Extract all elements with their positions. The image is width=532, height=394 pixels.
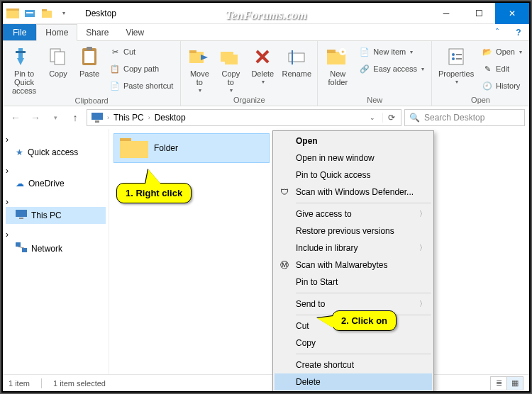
menu-item-include-in-library[interactable]: Include in library〉 — [275, 240, 432, 257]
group-open: Properties▾ 📂Open▾ ✎Edit 🕘History Open — [432, 41, 530, 106]
chevron-right-icon[interactable]: › — [148, 114, 150, 121]
menu-item-pin-to-quick-access[interactable]: Pin to Quick access — [275, 167, 432, 184]
menu-item-pin-to-start[interactable]: Pin to Start — [275, 274, 432, 291]
svg-marker-7 — [17, 58, 24, 65]
context-menu: OpenOpen in new windowPin to Quick acces… — [272, 130, 434, 393]
pin-quick-access-button[interactable]: Pin to Quick access — [7, 43, 41, 95]
svg-line-38 — [18, 247, 24, 248]
menu-item-scan-with-windows-defender[interactable]: 🛡Scan with Windows Defender... — [275, 184, 432, 201]
shield-icon: 🛡 — [279, 186, 290, 198]
status-item-count: 1 item — [9, 379, 30, 388]
svg-rect-12 — [84, 51, 94, 63]
qat-dropdown-icon[interactable]: ▾ — [55, 5, 72, 22]
copy-button[interactable]: Copy — [44, 43, 72, 78]
search-box[interactable]: 🔍 Search Desktop — [404, 109, 525, 126]
qat-newfolder-icon[interactable] — [38, 5, 55, 22]
chevron-right-icon: 〉 — [419, 209, 426, 219]
menu-item-open[interactable]: Open — [275, 133, 432, 150]
edit-button[interactable]: ✎Edit — [479, 61, 525, 77]
copy-path-button[interactable]: 📋Copy path — [106, 61, 176, 77]
menu-item-give-access-to[interactable]: Give access to〉 — [275, 206, 432, 223]
paste-button[interactable]: Paste — [75, 43, 104, 78]
copy-path-icon: 📋 — [109, 63, 121, 74]
copy-to-button[interactable]: Copy to▾ — [216, 43, 245, 94]
svg-rect-36 — [16, 242, 21, 247]
nav-up-button[interactable]: ↑ — [67, 109, 84, 126]
rename-button[interactable]: Rename — [280, 43, 313, 78]
cut-button[interactable]: ✂Cut — [106, 44, 176, 60]
menu-separator — [296, 293, 431, 293]
tab-share[interactable]: Share — [77, 24, 117, 40]
refresh-button[interactable]: ⟳ — [382, 113, 399, 123]
menu-item-copy[interactable]: Copy — [275, 334, 432, 351]
copy-icon — [47, 45, 70, 68]
tab-home[interactable]: Home — [36, 24, 77, 41]
view-large-button[interactable]: ▦ — [506, 376, 523, 390]
properties-icon — [445, 45, 467, 68]
delete-button[interactable]: Delete▾ — [248, 43, 277, 86]
menu-item-open-in-new-window[interactable]: Open in new window — [275, 150, 432, 167]
svg-rect-24 — [327, 50, 336, 53]
edit-icon: ✎ — [482, 63, 493, 74]
open-button[interactable]: 📂Open▾ — [479, 44, 525, 60]
menu-item-rename[interactable]: Rename — [275, 390, 432, 393]
nav-this-pc[interactable]: This PC — [6, 207, 106, 224]
svg-rect-13 — [87, 47, 92, 50]
menu-item-delete[interactable]: Delete — [275, 373, 432, 390]
chevron-right-icon[interactable]: › — [6, 230, 9, 240]
help-button[interactable]: ? — [508, 24, 529, 40]
file-menu[interactable]: File — [3, 24, 36, 40]
nav-quick-access[interactable]: ★Quick access — [6, 145, 106, 160]
pc-icon — [16, 210, 27, 221]
folder-item[interactable]: Folder — [113, 133, 270, 163]
crumb-this-pc[interactable]: This PC — [111, 113, 147, 123]
svg-rect-22 — [292, 50, 293, 64]
minimize-button[interactable]: ─ — [430, 3, 462, 24]
address-bar[interactable]: › This PC › Desktop ⌄ ⟳ — [87, 109, 401, 126]
move-to-button[interactable]: Move to▾ — [185, 43, 214, 94]
new-item-button[interactable]: 📄New item▾ — [356, 44, 427, 60]
menu-item-restore-previous-versions[interactable]: Restore previous versions — [275, 223, 432, 240]
nav-onedrive[interactable]: ☁OneDrive — [6, 176, 106, 191]
ribbon-collapse-button[interactable]: ˆ — [487, 24, 508, 40]
svg-rect-3 — [26, 12, 33, 13]
maximize-button[interactable]: ☐ — [462, 3, 495, 24]
new-folder-button[interactable]: ✦ New folder — [322, 43, 353, 86]
main-area: › ★Quick access › ☁OneDrive › This PC › … — [3, 129, 529, 376]
qat-properties-icon[interactable] — [21, 5, 38, 22]
folder-name: Folder — [154, 143, 178, 153]
nav-forward-button[interactable]: → — [27, 109, 44, 126]
mb-icon: Ⓜ — [279, 259, 290, 271]
paste-label: Paste — [79, 69, 99, 78]
move-to-icon — [188, 45, 211, 68]
group-select: ☑Select all ☐Select none ◩Invert selecti… — [530, 41, 531, 106]
chevron-right-icon[interactable]: › — [6, 166, 9, 176]
chevron-right-icon[interactable]: › — [6, 135, 9, 145]
tab-view[interactable]: View — [117, 24, 153, 40]
open-icon: 📂 — [482, 46, 493, 57]
menu-separator — [296, 354, 431, 354]
nav-back-button[interactable]: ← — [7, 109, 24, 126]
menu-item-scan-with-malwarebytes[interactable]: ⓂScan with Malwarebytes — [275, 257, 432, 274]
pin-icon — [13, 45, 35, 68]
chevron-right-icon[interactable]: › — [107, 114, 109, 121]
svg-rect-29 — [456, 54, 462, 55]
pin-label: Pin to Quick access — [7, 69, 41, 95]
menu-item-create-shortcut[interactable]: Create shortcut — [275, 356, 432, 373]
paste-shortcut-button[interactable]: 📄Paste shortcut — [106, 78, 176, 94]
crumb-desktop[interactable]: Desktop — [152, 113, 189, 123]
easy-access-button[interactable]: 🔗Easy access▾ — [356, 61, 427, 77]
address-dropdown-button[interactable]: ⌄ — [364, 109, 381, 126]
new-item-icon: 📄 — [359, 46, 370, 57]
nav-recent-button[interactable]: ▾ — [47, 109, 64, 126]
callout-right-click: 1. Right click — [116, 183, 192, 203]
address-pc-icon[interactable] — [89, 113, 106, 123]
nav-network[interactable]: Network — [6, 240, 106, 257]
view-details-button[interactable]: ≣ — [490, 376, 507, 390]
close-button[interactable]: ✕ — [495, 3, 529, 24]
history-button[interactable]: 🕘History — [479, 78, 525, 94]
svg-rect-0 — [6, 9, 19, 11]
properties-button[interactable]: Properties▾ — [436, 43, 476, 86]
svg-rect-33 — [95, 120, 99, 123]
chevron-right-icon[interactable]: › — [6, 197, 9, 207]
